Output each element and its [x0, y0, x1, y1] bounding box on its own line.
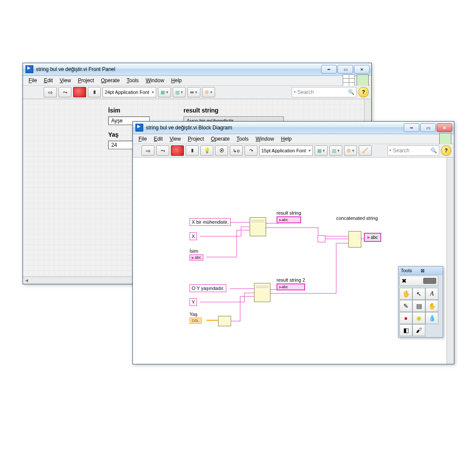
- indicator-concatenated[interactable]: concatenated string: [336, 215, 378, 222]
- string-constant-x[interactable]: X: [190, 232, 197, 240]
- labview-icon: [135, 124, 143, 132]
- tool-operate[interactable]: 🖐: [399, 288, 412, 300]
- concatenate-node[interactable]: [348, 231, 361, 248]
- connector-pane-icon[interactable]: [343, 74, 355, 87]
- run-continuous-button[interactable]: [156, 145, 169, 156]
- block-toolbar: II ↳ο 15pt Application Font Search ?: [133, 144, 454, 158]
- tool-text[interactable]: A: [425, 288, 438, 300]
- maximize-button[interactable]: ▭: [338, 65, 353, 74]
- pause-button[interactable]: II: [186, 145, 199, 156]
- run-button[interactable]: [44, 87, 57, 97]
- block-menubar: File Edit View Project Operate Tools Win…: [133, 134, 454, 144]
- menu-tools[interactable]: Tools: [124, 77, 142, 84]
- menu-project[interactable]: Project: [75, 77, 97, 84]
- string-constant-space[interactable]: [318, 235, 325, 242]
- tool-breakpoint[interactable]: ●: [399, 312, 412, 324]
- search-box[interactable]: Search: [292, 87, 357, 97]
- tool-auto[interactable]: ✖: [399, 276, 438, 286]
- menu-edit[interactable]: Edit: [151, 135, 166, 143]
- vi-icon[interactable]: [439, 133, 451, 145]
- reorder-menu[interactable]: [202, 87, 215, 97]
- cleanup-button[interactable]: [359, 145, 372, 156]
- indicator-result-string-2[interactable]: result string 2 abc: [277, 277, 305, 290]
- abort-button[interactable]: [73, 87, 86, 97]
- tool-paint[interactable]: 🖌: [412, 324, 425, 336]
- labview-icon: [26, 65, 33, 73]
- search-replace-node-1[interactable]: [250, 217, 266, 236]
- tool-scroll[interactable]: ✋: [425, 300, 438, 312]
- highlight-exec-button[interactable]: [200, 145, 213, 156]
- string-constant-y[interactable]: Y: [190, 298, 197, 306]
- string-constant-1[interactable]: X bir mühendistir.: [190, 218, 231, 226]
- menu-file[interactable]: File: [26, 77, 40, 84]
- abort-button[interactable]: [171, 145, 184, 156]
- distribute-menu[interactable]: [329, 145, 342, 156]
- tools-palette[interactable]: Tools ⊠ ✖ 🖐 ↖ A ✎ ▤ ✋ ● ◉ 💧 ◧ 🖌: [398, 266, 443, 338]
- menu-help[interactable]: Help: [278, 135, 295, 143]
- string-constant-3[interactable]: O Y yaşındadır.: [190, 284, 226, 292]
- retain-wire-button[interactable]: [215, 145, 228, 156]
- tool-probe[interactable]: ◉: [412, 312, 425, 324]
- indicator-result-string[interactable]: result string abc: [277, 210, 301, 223]
- label-isim: İsim: [108, 107, 120, 114]
- menu-operate[interactable]: Operate: [208, 135, 232, 143]
- step-over-button[interactable]: [244, 145, 257, 156]
- menu-tools[interactable]: Tools: [234, 135, 252, 143]
- distribute-menu[interactable]: [173, 87, 186, 97]
- block-title: string bul ve değiştir.vi Block Diagram: [146, 125, 404, 131]
- control-isim[interactable]: İsim abc: [190, 248, 203, 261]
- tool-shortcut[interactable]: ▤: [412, 300, 425, 312]
- vi-icon[interactable]: [357, 74, 369, 87]
- menu-window[interactable]: Window: [143, 77, 167, 84]
- help-button[interactable]: ?: [358, 87, 369, 97]
- front-menubar: File Edit View Project Operate Tools Win…: [23, 76, 371, 86]
- label-result: result string: [183, 107, 219, 114]
- minimize-button[interactable]: ━: [404, 123, 419, 132]
- font-selector[interactable]: 24pt Application Font: [103, 87, 156, 97]
- menu-edit[interactable]: Edit: [41, 77, 56, 84]
- align-menu[interactable]: [315, 145, 328, 156]
- pause-button[interactable]: II: [88, 87, 101, 97]
- close-button[interactable]: ✕: [354, 65, 370, 74]
- tool-color[interactable]: ◧: [399, 324, 412, 336]
- minimize-button[interactable]: ━: [321, 65, 337, 74]
- menu-help[interactable]: Help: [168, 77, 185, 84]
- search-replace-node-2[interactable]: [254, 283, 270, 302]
- label-yas: Yaş: [108, 131, 119, 138]
- search-box[interactable]: Search: [387, 145, 439, 156]
- front-toolbar: II 24pt Application Font ⇔ Search ?: [23, 86, 371, 99]
- tool-position[interactable]: ↖: [412, 288, 425, 300]
- font-selector[interactable]: 15pt Application Font: [259, 145, 313, 156]
- help-button[interactable]: ?: [441, 145, 451, 156]
- maximize-button[interactable]: ▭: [420, 123, 436, 132]
- tool-color-copy[interactable]: 💧: [425, 312, 438, 324]
- menu-file[interactable]: File: [135, 135, 150, 143]
- resize-menu[interactable]: ⇔: [187, 87, 200, 97]
- indicator-concat-terminal[interactable]: abc: [364, 233, 381, 242]
- menu-view[interactable]: View: [57, 77, 74, 84]
- menu-view[interactable]: View: [167, 135, 184, 143]
- front-title: string bul ve değiştir.vi Front Panel: [36, 66, 321, 72]
- step-into-button[interactable]: ↳ο: [230, 145, 243, 156]
- front-titlebar[interactable]: string bul ve değiştir.vi Front Panel ━ …: [23, 63, 371, 76]
- menu-window[interactable]: Window: [253, 135, 277, 143]
- tools-close-icon[interactable]: ⊠: [421, 268, 441, 273]
- number-to-string-node[interactable]: [218, 316, 231, 326]
- run-continuous-button[interactable]: [58, 87, 71, 97]
- tools-titlebar[interactable]: Tools ⊠: [399, 267, 443, 275]
- tool-wiring[interactable]: ✎: [399, 300, 412, 312]
- menu-operate[interactable]: Operate: [98, 77, 122, 84]
- block-titlebar[interactable]: string bul ve değiştir.vi Block Diagram …: [133, 122, 454, 134]
- run-button[interactable]: [142, 145, 154, 156]
- close-button[interactable]: ✕: [437, 123, 452, 132]
- reorder-menu[interactable]: [344, 145, 357, 156]
- align-menu[interactable]: [158, 87, 171, 97]
- menu-project[interactable]: Project: [185, 135, 207, 143]
- control-yas[interactable]: Yaş DBL: [190, 312, 202, 324]
